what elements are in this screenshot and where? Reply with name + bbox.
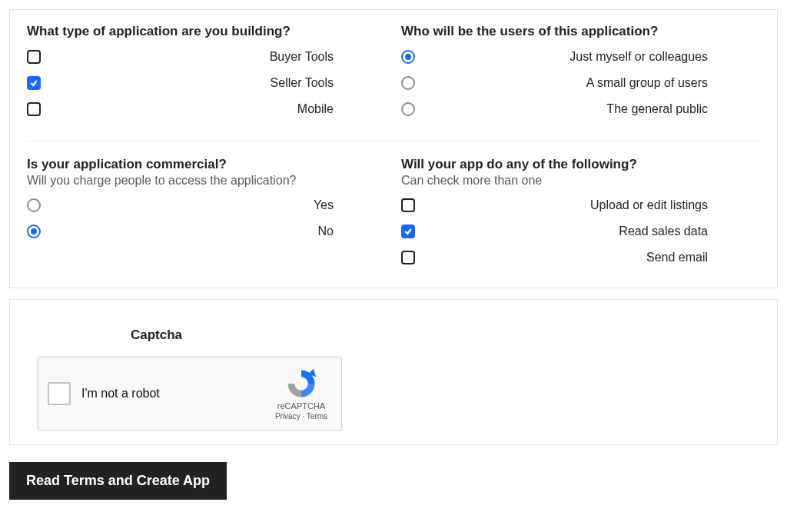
options-list: Buyer Tools Seller Tools Mobile bbox=[27, 47, 386, 119]
option-label: Buyer Tools bbox=[53, 50, 386, 64]
option-label: No bbox=[53, 224, 386, 238]
option-label: Upload or edit listings bbox=[427, 198, 760, 212]
question-capabilities: Will your app do any of the following? C… bbox=[401, 157, 760, 274]
question-subtitle: Will you charge people to access the app… bbox=[27, 174, 386, 188]
checkbox-read-sales[interactable] bbox=[401, 224, 415, 238]
recaptcha-label: I'm not a robot bbox=[81, 387, 271, 401]
form-panel: What type of application are you buildin… bbox=[9, 9, 778, 288]
option-label: Yes bbox=[53, 198, 386, 212]
radio-public[interactable] bbox=[401, 102, 415, 116]
option-label: Mobile bbox=[53, 102, 386, 116]
options-list: Upload or edit listings Read sales data … bbox=[401, 195, 760, 268]
option-myself: Just myself or colleagues bbox=[401, 47, 760, 67]
recaptcha-privacy-link[interactable]: Privacy bbox=[275, 412, 301, 421]
option-send-email: Send email bbox=[401, 248, 760, 268]
option-mobile: Mobile bbox=[27, 99, 386, 119]
option-yes: Yes bbox=[27, 195, 386, 215]
form-row-2: Is your application commercial? Will you… bbox=[27, 157, 760, 274]
checkbox-buyer-tools[interactable] bbox=[27, 50, 41, 64]
question-title: Will your app do any of the following? bbox=[401, 157, 760, 172]
option-label: Read sales data bbox=[427, 224, 760, 238]
captcha-panel: Captcha I'm not a robot reCAPTCHA Privac… bbox=[9, 299, 778, 445]
read-terms-create-app-button[interactable]: Read Terms and Create App bbox=[9, 462, 227, 500]
radio-yes[interactable] bbox=[27, 198, 41, 212]
option-label: Just myself or colleagues bbox=[427, 50, 760, 64]
question-title: Who will be the users of this applicatio… bbox=[401, 24, 760, 39]
option-seller-tools: Seller Tools bbox=[27, 73, 386, 93]
radio-myself[interactable] bbox=[401, 50, 415, 64]
option-label: The general public bbox=[427, 102, 760, 116]
radio-no[interactable] bbox=[27, 224, 41, 238]
checkbox-send-email[interactable] bbox=[401, 251, 415, 264]
question-commercial: Is your application commercial? Will you… bbox=[27, 157, 401, 274]
option-label: Seller Tools bbox=[53, 76, 386, 90]
option-label: Send email bbox=[427, 251, 760, 264]
divider bbox=[27, 141, 760, 141]
question-subtitle: Can check more than one bbox=[401, 174, 760, 188]
recaptcha-logo-icon bbox=[285, 367, 317, 400]
recaptcha-brand: reCAPTCHA bbox=[271, 401, 332, 411]
recaptcha-links: Privacy · Terms bbox=[271, 412, 332, 421]
checkbox-upload[interactable] bbox=[401, 198, 415, 212]
recaptcha-terms-link[interactable]: Terms bbox=[307, 412, 327, 421]
option-small-group: A small group of users bbox=[401, 73, 760, 93]
question-title: What type of application are you buildin… bbox=[27, 24, 386, 39]
options-list: Just myself or colleagues A small group … bbox=[401, 47, 760, 119]
option-no: No bbox=[27, 221, 386, 241]
form-row-1: What type of application are you buildin… bbox=[27, 24, 760, 125]
radio-small-group[interactable] bbox=[401, 76, 415, 90]
question-app-type: What type of application are you buildin… bbox=[27, 24, 401, 125]
options-list: Yes No bbox=[27, 195, 386, 241]
option-buyer-tools: Buyer Tools bbox=[27, 47, 386, 67]
option-label: A small group of users bbox=[427, 76, 760, 90]
recaptcha-badge: reCAPTCHA Privacy · Terms bbox=[271, 367, 332, 421]
captcha-heading: Captcha bbox=[131, 328, 760, 343]
checkbox-mobile[interactable] bbox=[27, 102, 41, 116]
recaptcha-checkbox[interactable] bbox=[48, 382, 71, 405]
recaptcha-box: I'm not a robot reCAPTCHA Privacy · Term… bbox=[38, 357, 342, 431]
option-upload: Upload or edit listings bbox=[401, 195, 760, 215]
checkbox-seller-tools[interactable] bbox=[27, 76, 41, 90]
option-read-sales: Read sales data bbox=[401, 221, 760, 241]
option-public: The general public bbox=[401, 99, 760, 119]
question-users: Who will be the users of this applicatio… bbox=[401, 24, 760, 125]
question-title: Is your application commercial? bbox=[27, 157, 386, 172]
